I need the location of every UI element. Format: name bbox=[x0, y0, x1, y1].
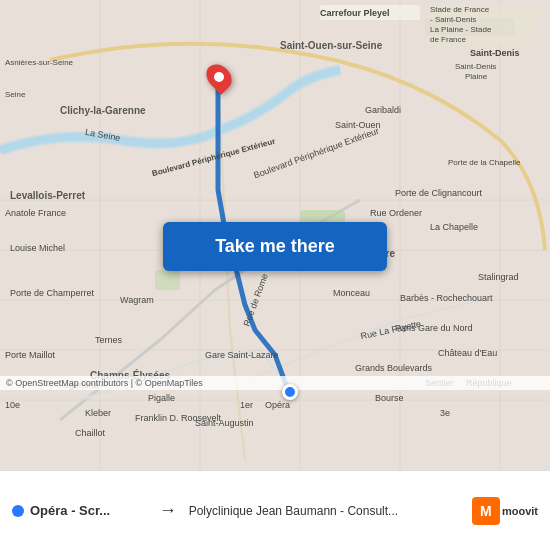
label-stade-france: Stade de France bbox=[430, 5, 489, 14]
label-clichy: Clichy-la-Garenne bbox=[60, 105, 146, 116]
moovit-wordmark: moovit bbox=[502, 505, 538, 517]
from-section: Opéra - Scr... bbox=[12, 503, 147, 518]
label-wagram: Wagram bbox=[120, 295, 154, 305]
label-porte-champ: Porte de Champerret bbox=[10, 288, 94, 298]
label-anatole: Anatole France bbox=[5, 208, 66, 218]
label-saint-denis: - Saint-Denis bbox=[430, 15, 476, 24]
label-stalingrad: Stalingrad bbox=[478, 272, 519, 282]
label-gare-sl: Gare Saint-Lazare bbox=[205, 350, 279, 360]
from-label: Opéra - Scr... bbox=[30, 503, 110, 518]
label-barbes: Barbès - Rochechouart bbox=[400, 293, 493, 303]
label-pigalle2: Monceau bbox=[333, 288, 370, 298]
label-10e: 10e bbox=[5, 400, 20, 410]
to-section: Polyclinique Jean Baumann - Consult... bbox=[189, 504, 458, 518]
label-la-chapelle: La Chapelle bbox=[430, 222, 478, 232]
label-1er: 1er bbox=[240, 400, 253, 410]
label-levallois: Levallois-Perret bbox=[10, 190, 85, 201]
label-saint-denis4: Plaine bbox=[465, 72, 487, 81]
to-label: Polyclinique Jean Baumann - Consult... bbox=[189, 504, 398, 518]
route-arrow: → bbox=[155, 500, 181, 521]
label-garibaldi: Garibaldi bbox=[365, 105, 401, 115]
label-rue-ordener: Rue Ordener bbox=[370, 208, 422, 218]
label-carrefour: Carrefour Pleyel bbox=[320, 8, 390, 18]
label-gare-nord: Paris Gare du Nord bbox=[395, 323, 473, 333]
label-chaillot: Chaillot bbox=[75, 428, 105, 438]
label-porte-cligna: Porte de Clignancourt bbox=[395, 188, 482, 198]
label-opera-st: Opéra bbox=[265, 400, 290, 410]
label-pigalle: Pigalle bbox=[148, 393, 175, 403]
label-chateau-eau: Château d'Eau bbox=[438, 348, 497, 358]
label-kleber: Kleber bbox=[85, 408, 111, 418]
label-saint-denis3: Saint-Denis bbox=[455, 62, 496, 71]
label-saint-augustin: Saint-Augustin bbox=[195, 418, 254, 428]
label-asnières: Asnières-sur-Seine bbox=[5, 58, 73, 67]
label-plaine-stade2: de France bbox=[430, 35, 466, 44]
destination-marker bbox=[208, 63, 230, 91]
svg-rect-12 bbox=[155, 270, 180, 290]
label-seine-top: Seine bbox=[5, 90, 25, 99]
label-bourse: Bourse bbox=[375, 393, 404, 403]
app-container: Saint-Ouen-sur-Seine Clichy-la-Garenne L… bbox=[0, 0, 550, 550]
map-area: Saint-Ouen-sur-Seine Clichy-la-Garenne L… bbox=[0, 0, 550, 470]
label-saint-denis2: Saint-Denis bbox=[470, 48, 520, 58]
label-3e: 3e bbox=[440, 408, 450, 418]
label-plaine-stade: La Plaine - Stade bbox=[430, 25, 491, 34]
label-saint-ouen-st: Saint-Ouen bbox=[335, 120, 381, 130]
bottom-info-bar: Opéra - Scr... → Polyclinique Jean Bauma… bbox=[0, 470, 550, 550]
moovit-m-icon: M bbox=[472, 497, 500, 525]
label-louise-michel: Louise Michel bbox=[10, 243, 65, 253]
take-me-there-button[interactable]: Take me there bbox=[163, 222, 387, 271]
label-saint-ouen: Saint-Ouen-sur-Seine bbox=[280, 40, 382, 51]
attribution-text: © OpenStreetMap contributors | © OpenMap… bbox=[6, 378, 203, 388]
attribution-bar: © OpenStreetMap contributors | © OpenMap… bbox=[0, 376, 550, 390]
label-porte-chapelle: Porte de la Chapelle bbox=[448, 158, 521, 167]
from-dot bbox=[12, 505, 24, 517]
label-grands-boul: Grands Boulevards bbox=[355, 363, 432, 373]
label-ternes-st: Ternes bbox=[95, 335, 122, 345]
label-porte-maillot: Porte Maillot bbox=[5, 350, 55, 360]
arrow-icon: → bbox=[159, 500, 177, 520]
moovit-logo: M moovit bbox=[472, 497, 538, 525]
origin-marker bbox=[282, 384, 298, 400]
